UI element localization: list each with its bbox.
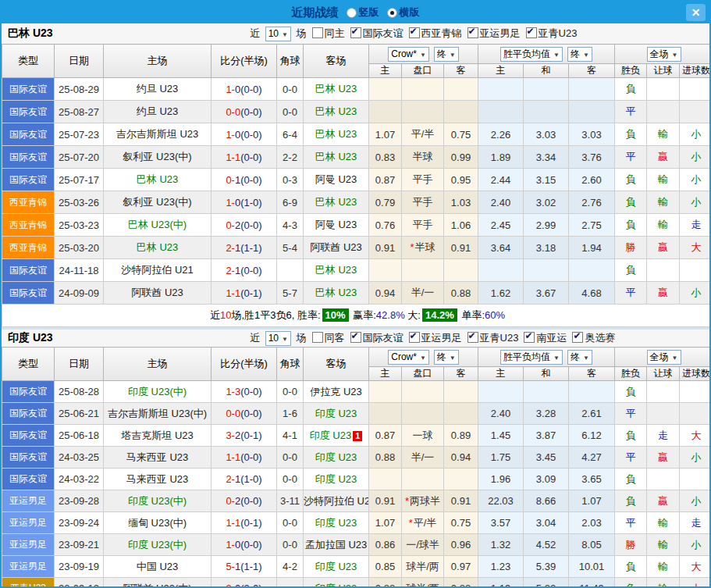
home-team: 马来西亚 U23 xyxy=(104,469,212,490)
odds-away xyxy=(444,469,478,490)
match-row: 国际友谊25-08-27约旦 U230-0(0-0)0-0巴林 U23平 xyxy=(2,101,711,123)
competition-type-badge: 国际友谊 xyxy=(2,123,55,146)
corner-score: 0-0 xyxy=(277,534,304,556)
handicap-result-cell: 贏 xyxy=(647,237,680,259)
goals-result-cell: 走 xyxy=(680,512,711,534)
away-team: 巴林 U23 xyxy=(304,78,369,101)
recent-count-select[interactable]: 10▼ xyxy=(265,331,291,346)
avg-odds-select[interactable]: 胜平负均值▼ xyxy=(500,47,563,62)
odds-handicap xyxy=(402,381,444,403)
close-icon[interactable]: ✕ xyxy=(686,4,706,21)
bookmaker-select[interactable]: Crow*▼ xyxy=(388,47,429,62)
section-india: 印度 U23 近 10▼ 场同客国际友谊亚运男足亚青U23南亚运奥选赛 类型日期… xyxy=(2,330,709,588)
match-row: 西亚青锦25-03-23巴林 U23(中)0-2(0-0)4-3阿曼 U230.… xyxy=(2,214,711,237)
filter-checkbox-亚青U23[interactable] xyxy=(526,27,537,38)
result-value: 負 xyxy=(626,561,636,572)
filter-checkbox-南亚运[interactable] xyxy=(524,332,535,343)
filter-checkbox-同客[interactable] xyxy=(312,332,323,343)
odds-away: 1.03 xyxy=(444,191,478,214)
match-date: 23-09-19 xyxy=(55,556,104,578)
odds-period-select[interactable]: 终▼ xyxy=(434,47,459,62)
odds-handicap xyxy=(402,78,444,101)
recent-count-select[interactable]: 10▼ xyxy=(265,27,291,41)
score: 2-1(1-0) xyxy=(212,469,277,490)
score-halftime: (0-0) xyxy=(240,106,261,118)
result-cell: 負 xyxy=(615,578,647,588)
result-cell: 負 xyxy=(615,169,647,191)
avg-away: 4.68 xyxy=(569,282,615,305)
result-value: 負 xyxy=(626,173,636,185)
odds-home xyxy=(369,78,402,101)
goals-result-cell xyxy=(680,259,711,282)
result-value: 負 xyxy=(626,219,636,230)
filter-checkbox-亚运男足[interactable] xyxy=(467,27,478,38)
filter-checkbox-同主[interactable] xyxy=(312,27,323,38)
score-halftime: (0-0) xyxy=(240,451,261,463)
avg-period-select[interactable]: 终▼ xyxy=(567,350,592,365)
column-header-客场: 客场 xyxy=(304,347,369,381)
filter-checkbox-label: 南亚运 xyxy=(536,332,567,344)
match-row: 国际友谊25-07-20叙利亚 U23(中)1-1(0-0)2-2巴林 U230… xyxy=(2,146,711,169)
column-header-主场: 主场 xyxy=(104,347,212,381)
match-date: 25-03-23 xyxy=(55,214,104,237)
goals-result-cell: 大 xyxy=(680,237,711,259)
filter-checkbox-奥选赛[interactable] xyxy=(572,332,583,343)
score-halftime: 0(0-0) xyxy=(235,84,262,95)
column-header-类型: 类型 xyxy=(2,347,55,381)
handicap-result-cell: 輸 xyxy=(647,556,680,578)
match-row: 国际友谊24-11-18沙特阿拉伯 U212-1(0-0)巴林 U23負 xyxy=(2,259,711,282)
goals-result-value: 大 xyxy=(691,561,702,572)
odds-home: 1.07 xyxy=(369,512,402,534)
corner-score: 3-11 xyxy=(277,490,304,512)
odds-period-select[interactable]: 终▼ xyxy=(434,350,459,365)
away-team-name: 印度 U23 xyxy=(315,561,357,572)
avg-odds-group: 胜平负均值▼终▼ xyxy=(478,347,615,367)
handicap-result-cell xyxy=(647,469,680,490)
scope-select[interactable]: 全场▼ xyxy=(647,47,681,62)
goals-result-cell: 小 xyxy=(680,534,711,556)
handicap-text: 两球半 xyxy=(410,495,440,507)
avg-home: 22.03 xyxy=(478,490,524,512)
filter-prefix: 近 xyxy=(250,27,263,39)
goals-result-value: 大 xyxy=(691,583,702,588)
filter-checkbox-国际友谊[interactable] xyxy=(350,332,361,343)
score: 1-1(0-0) xyxy=(212,447,277,469)
scope-select[interactable]: 全场▼ xyxy=(647,350,681,365)
score: 1-0(0-0) xyxy=(212,78,277,101)
score-halftime: 0(1-0) xyxy=(235,197,262,208)
score-halftime: (0-1) xyxy=(240,287,261,299)
filter-checkbox-国际友谊[interactable] xyxy=(350,27,361,38)
away-team: 印度 U23 xyxy=(304,403,369,425)
corner-score: 5-7 xyxy=(277,282,304,305)
avg-odds-select-value: 胜平负均值 xyxy=(503,48,550,59)
match-row: 亚运男足23-09-24缅甸 U23(中)1-1(0-1)0-0印度 U231.… xyxy=(2,512,711,534)
odds-handicap xyxy=(402,259,444,282)
avg-odds-group: 胜平负均值▼终▼ xyxy=(478,45,615,64)
avg-odds-select[interactable]: 胜平负均值▼ xyxy=(500,350,563,365)
competition-type-badge: 西亚青锦 xyxy=(2,191,55,214)
bookmaker-select[interactable]: Crow*▼ xyxy=(388,350,429,365)
home-team: 巴林 U23(中) xyxy=(104,214,212,237)
filter-checkbox-亚青U23[interactable] xyxy=(467,332,478,343)
filter-checkbox-亚运男足[interactable] xyxy=(409,332,420,343)
handicap-text: 平手 xyxy=(413,219,433,230)
avg-draw: 3.18 xyxy=(524,237,569,259)
odds-handicap xyxy=(402,469,444,490)
corner-score: 0-0 xyxy=(277,447,304,469)
filter-checkbox-西亚青锦[interactable] xyxy=(409,27,420,38)
horizontal-layout-radio[interactable] xyxy=(387,8,397,18)
avg-home: 1.89 xyxy=(478,146,524,169)
odds-handicap: 一球 xyxy=(402,425,444,447)
avg-home: 1.96 xyxy=(478,469,524,490)
odds-home: 1.07 xyxy=(369,123,402,146)
vertical-layout-radio[interactable] xyxy=(347,8,357,18)
subcolumn-header-主: 主 xyxy=(478,64,524,78)
goals-result-value: 小 xyxy=(691,151,702,162)
avg-period-select[interactable]: 终▼ xyxy=(567,47,592,62)
competition-type-badge: 国际友谊 xyxy=(2,447,55,469)
away-team-name: 印度 U23 xyxy=(315,473,357,485)
handicap-result-cell: 輸 xyxy=(647,578,680,588)
avg-draw xyxy=(524,78,569,101)
away-team-name: 印度 U23 xyxy=(315,408,357,419)
home-team-name: 巴林 U23 xyxy=(137,241,178,253)
